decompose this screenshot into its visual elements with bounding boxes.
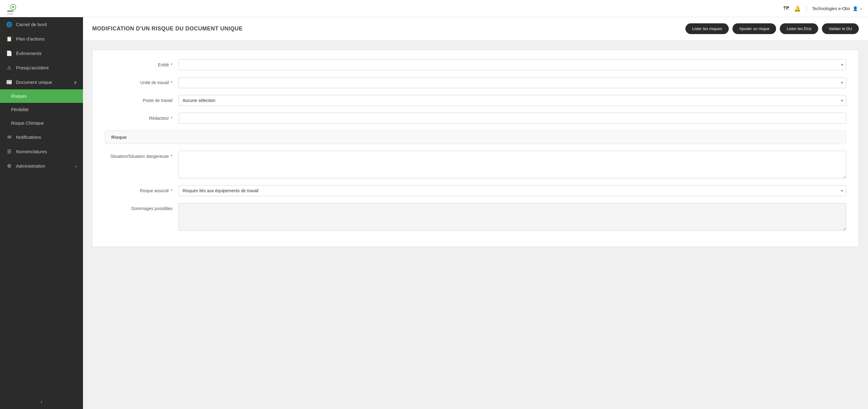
lister-risques-button[interactable]: Lister les risques	[685, 23, 729, 34]
page-actions: Lister les risques Ajouter un risque Lis…	[685, 23, 859, 34]
situation-required: *	[170, 154, 173, 159]
sidebar-item-risque-chimique[interactable]: Risque Chimique	[0, 116, 83, 130]
gear-icon: ⚙	[6, 163, 12, 169]
unite-travail-label: Unité de travail *	[105, 77, 173, 85]
poste-travail-label: Poste de travail	[105, 95, 173, 103]
chevron-down-icon: ∨	[74, 80, 77, 85]
page-title: MODIFICATION D'UN RISQUE DU DOCUMENT UNI…	[92, 26, 243, 32]
risque-section-title: Risque	[111, 135, 127, 140]
unite-travail-select[interactable]	[179, 77, 846, 88]
redacteur-input[interactable]	[179, 113, 846, 124]
lister-dus-button[interactable]: Lister les DUs	[780, 23, 818, 34]
ajouter-risque-button[interactable]: Ajouter un risque	[733, 23, 776, 34]
chevron-right-icon: ›	[860, 6, 862, 11]
sidebar-item-carnet-de-bord[interactable]: 🌐 Carnet de bord	[0, 17, 83, 32]
poste-travail-row: Poste de travail Aucune sélection ▾	[105, 95, 846, 106]
sidebar-item-plan-dactions[interactable]: 📋 Plan d'actions	[0, 32, 83, 46]
risque-section-divider: Risque	[105, 131, 846, 144]
sidebar-item-label: Notifications	[16, 135, 41, 140]
layout: 🌐 Carnet de bord 📋 Plan d'actions 📄 Évèn…	[0, 17, 868, 409]
redacteur-label: Rédacteur *	[105, 113, 173, 121]
file-icon: 📄	[6, 50, 12, 56]
map-icon[interactable]: 🗺	[783, 5, 789, 12]
sidebar: 🌐 Carnet de bord 📋 Plan d'actions 📄 Évèn…	[0, 17, 83, 409]
user-label: Technologies e-Obs	[812, 6, 850, 11]
bell-icon[interactable]: 🔔	[794, 5, 801, 12]
sidebar-item-notifications[interactable]: ✉ Notifications	[0, 130, 83, 144]
valider-du-button[interactable]: Valider le DU	[822, 23, 859, 34]
sidebar-item-presquaccident[interactable]: ⚠ Presqu'accident	[0, 61, 83, 75]
risque-associe-row: Risque associé * Risques liés aux équipe…	[105, 185, 846, 196]
topbar: Séen Groupe 🗺 🔔 | Technologies e-Obs 👤 ›	[0, 0, 868, 17]
unite-travail-select-wrapper: ▾	[179, 77, 846, 88]
sidebar-item-nomenclatures[interactable]: ☰ Nomenclatures	[0, 144, 83, 159]
entite-required: *	[170, 62, 173, 67]
entite-select[interactable]	[179, 59, 846, 70]
envelope-icon: ✉	[6, 134, 12, 140]
svg-text:Séen: Séen	[7, 10, 13, 12]
user-menu[interactable]: Technologies e-Obs 👤 ›	[812, 6, 862, 11]
form-card: Entité * ▾ Unité de travail *	[92, 50, 859, 247]
situation-dangereuse-label: Situation/Situation dangereuse *	[105, 151, 173, 159]
sidebar-item-label: Plan d'actions	[16, 36, 44, 41]
sidebar-item-label: Évènements	[16, 51, 41, 56]
sidebar-item-label: Pénibilité	[11, 107, 29, 112]
sidebar-item-label: Document unique	[16, 79, 52, 85]
entite-label: Entité *	[105, 59, 173, 67]
entite-select-wrapper: ▾	[179, 59, 846, 70]
situation-dangereuse-textarea[interactable]	[179, 151, 846, 178]
user-icon: 👤	[852, 6, 858, 11]
unite-required: *	[170, 80, 173, 85]
sidebar-item-label: Administration	[16, 163, 45, 169]
unite-travail-row: Unité de travail * ▾	[105, 77, 846, 88]
document-icon: 📰	[6, 79, 12, 85]
sidebar-item-administration[interactable]: ⚙ Administration ›	[0, 159, 83, 173]
sidebar-item-label: Risques	[11, 94, 27, 99]
risque-associe-select[interactable]: Risques liés aux équipements de travail	[179, 185, 846, 196]
sidebar-item-penibilite[interactable]: Pénibilité	[0, 103, 83, 116]
redacteur-required: *	[170, 116, 173, 121]
list-icon: ☰	[6, 148, 12, 155]
sidebar-item-document-unique[interactable]: 📰 Document unique ∨	[0, 75, 83, 89]
poste-travail-select[interactable]: Aucune sélection	[179, 95, 846, 106]
poste-travail-select-wrapper: Aucune sélection ▾	[179, 95, 846, 106]
sidebar-collapse-button[interactable]: ‹	[0, 395, 83, 409]
dommages-possibles-textarea[interactable]	[179, 203, 846, 231]
divider: |	[806, 5, 807, 12]
logo: Séen Groupe	[6, 2, 25, 15]
sidebar-item-label: Risque Chimique	[11, 121, 44, 126]
book-icon: 📋	[6, 36, 12, 42]
sidebar-item-label: Presqu'accident	[16, 65, 49, 70]
svg-text:Groupe: Groupe	[7, 12, 14, 14]
globe-icon: 🌐	[6, 22, 12, 27]
form-area: Entité * ▾ Unité de travail *	[83, 40, 868, 256]
risque-associe-select-wrapper: Risques liés aux équipements de travail …	[179, 185, 846, 196]
chevron-right-icon: ›	[75, 164, 77, 169]
risque-associe-label: Risque associé *	[105, 185, 173, 193]
seen-logo: Séen Groupe	[6, 2, 25, 15]
dommages-possibles-row: Dommages possibles	[105, 203, 846, 231]
main-content: MODIFICATION D'UN RISQUE DU DOCUMENT UNI…	[83, 17, 868, 409]
situation-dangereuse-row: Situation/Situation dangereuse *	[105, 151, 846, 178]
risque-associe-required: *	[170, 188, 173, 193]
sidebar-item-evenements[interactable]: 📄 Évènements	[0, 46, 83, 61]
dommages-possibles-label: Dommages possibles	[105, 203, 173, 211]
entite-row: Entité * ▾	[105, 59, 846, 70]
page-header: MODIFICATION D'UN RISQUE DU DOCUMENT UNI…	[83, 17, 868, 40]
collapse-icon: ‹	[40, 399, 42, 405]
sidebar-item-risques[interactable]: Risques	[0, 89, 83, 103]
topbar-right: 🗺 🔔 | Technologies e-Obs 👤 ›	[783, 5, 862, 12]
redacteur-row: Rédacteur *	[105, 113, 846, 124]
sidebar-item-label: Carnet de bord	[16, 22, 47, 27]
warning-icon: ⚠	[6, 65, 12, 71]
sidebar-item-label: Nomenclatures	[16, 149, 47, 154]
